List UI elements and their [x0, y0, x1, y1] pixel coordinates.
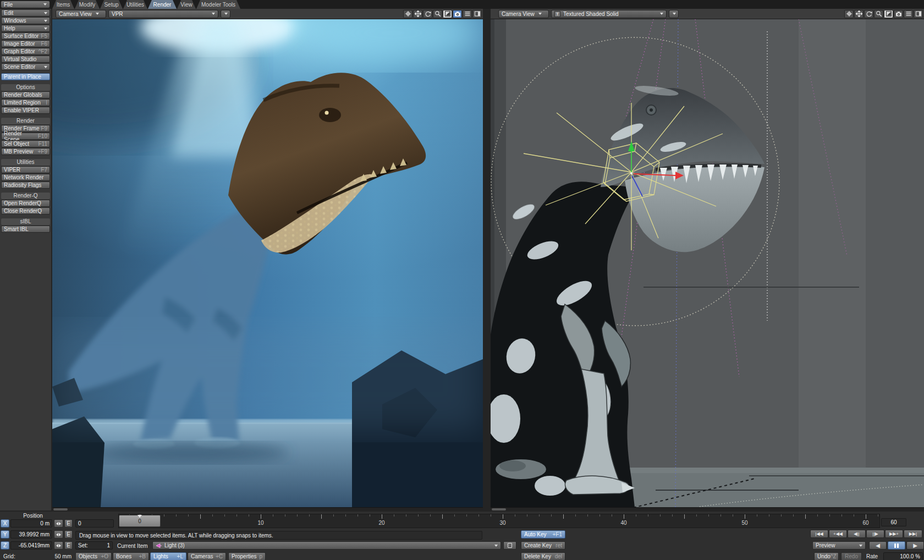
- enable-viper-button[interactable]: Enable VIPER: [1, 107, 50, 114]
- tab-items[interactable]: Items: [52, 0, 74, 9]
- graph-editor-button[interactable]: Graph Editor^F2: [1, 48, 50, 55]
- scene-editor-button[interactable]: Scene Editor: [1, 63, 50, 70]
- camera-icon[interactable]: [894, 10, 903, 18]
- axis-x-button[interactable]: X: [1, 519, 9, 528]
- network-render-button[interactable]: Network Render: [1, 174, 50, 181]
- rate-field[interactable]: 100.0 %: [883, 552, 923, 560]
- magnify-icon[interactable]: [433, 10, 442, 18]
- virtual-studio-button[interactable]: Virtual Studio: [1, 56, 50, 63]
- tab-modeler-tools[interactable]: Modeler Tools: [196, 0, 240, 9]
- position-z-field[interactable]: -65.0419mm: [10, 541, 52, 550]
- shaded-model-view[interactable]: [491, 19, 924, 507]
- viper-button[interactable]: VIPERF7: [1, 166, 50, 173]
- radiosity-flags-button[interactable]: Radiosity Flags: [1, 182, 50, 189]
- viewport-right-scrollbar[interactable]: [491, 507, 924, 510]
- step-forward-button[interactable]: ||▶: [866, 530, 884, 538]
- envelope-z-button[interactable]: E: [64, 541, 73, 550]
- sidebar-menu-edit[interactable]: Edit: [1, 9, 50, 17]
- delete-key-button[interactable]: Delete Keydel: [521, 552, 565, 560]
- next-keyframe-button[interactable]: ▶▶+: [885, 530, 903, 538]
- properties-button[interactable]: Propertiesp: [228, 552, 266, 560]
- image-editor-button[interactable]: Image EditorF6: [1, 40, 50, 47]
- previous-keyframe-button[interactable]: +◀◀: [829, 530, 847, 538]
- viewport-left-scrollbar[interactable]: [52, 507, 483, 510]
- parent-in-place-button[interactable]: Parent in Place: [1, 73, 50, 80]
- item-properties-icon[interactable]: [503, 541, 516, 550]
- last-frame-field[interactable]: 60: [881, 518, 906, 526]
- lights-mode-button[interactable]: Lights+L: [150, 552, 186, 560]
- smart-ibl-button[interactable]: Smart IBL: [1, 226, 50, 233]
- scrollbar-handle[interactable]: [53, 508, 68, 510]
- position-x-field[interactable]: 0 m: [10, 519, 52, 528]
- timeline-ruler[interactable]: 10 20 30 40 50 60 0: [118, 514, 880, 528]
- cameras-mode-button[interactable]: Cameras+C: [188, 552, 226, 560]
- sel-object-button[interactable]: Sel ObjectF11: [1, 140, 50, 147]
- envelope-y-button[interactable]: E: [64, 530, 73, 539]
- play-reverse-button[interactable]: ◀: [869, 541, 887, 550]
- file-menu[interactable]: File: [1, 1, 50, 8]
- auto-key-button[interactable]: Auto Key+F1: [521, 530, 565, 539]
- go-to-start-button[interactable]: |◀◀: [810, 530, 828, 538]
- limited-region-button[interactable]: Limited Regionl: [1, 99, 50, 106]
- create-key-button[interactable]: Create Keyret: [521, 541, 565, 550]
- bones-mode-button[interactable]: Bones+B: [113, 552, 149, 560]
- position-y-field[interactable]: 39.9992 mm: [10, 530, 52, 539]
- preview-dropdown[interactable]: Preview: [812, 541, 866, 550]
- stepper-icon[interactable]: [54, 541, 63, 550]
- undo-button[interactable]: Undo^Z: [814, 552, 839, 560]
- layout-icon[interactable]: [472, 10, 482, 18]
- vpr-render-view[interactable]: [52, 19, 483, 507]
- pause-button[interactable]: [888, 541, 905, 550]
- tab-view[interactable]: View: [177, 0, 196, 9]
- main-tab-bar: File Items Modify Setup Utilities Render…: [0, 0, 924, 9]
- frame-pointer-icon: [138, 515, 142, 518]
- axis-z-button[interactable]: Z: [1, 541, 9, 550]
- render-globals-button[interactable]: Render Globals: [1, 91, 50, 98]
- timeline-slider-knob[interactable]: 0: [119, 515, 161, 527]
- render-mode-dropdown-right[interactable]: T Textured Shaded Solid: [551, 10, 667, 18]
- render-mode-dropdown-left[interactable]: VPR: [108, 10, 218, 18]
- open-renderq-button[interactable]: Open RenderQ: [1, 200, 50, 207]
- envelope-x-button[interactable]: E: [64, 519, 73, 528]
- move-icon[interactable]: [403, 10, 413, 18]
- redo-button[interactable]: Redo: [841, 552, 862, 560]
- stepper-icon[interactable]: [54, 530, 63, 539]
- go-to-end-button[interactable]: ▶▶|: [904, 530, 922, 538]
- first-frame-field[interactable]: 0: [75, 519, 114, 528]
- mb-preview-button[interactable]: MB Preview+F9: [1, 148, 50, 155]
- rotate-icon[interactable]: [423, 10, 432, 18]
- tab-utilities[interactable]: Utilities: [123, 0, 147, 9]
- pan-icon[interactable]: [854, 10, 864, 18]
- close-renderq-button[interactable]: Close RenderQ: [1, 207, 50, 215]
- magnify-icon[interactable]: [874, 10, 883, 18]
- play-forward-button[interactable]: ▶: [906, 541, 924, 550]
- sidebar-menu-windows[interactable]: Windows: [1, 17, 50, 24]
- camera-icon[interactable]: [453, 10, 462, 18]
- tab-modify[interactable]: Modify: [75, 0, 100, 9]
- axis-y-button[interactable]: Y: [1, 530, 9, 539]
- stepper-icon[interactable]: [54, 519, 63, 528]
- maximize-icon[interactable]: [443, 10, 452, 18]
- rate-label: Rate: [866, 553, 878, 559]
- sidebar-menu-help[interactable]: Help: [1, 25, 50, 32]
- light-icon: [156, 543, 162, 548]
- view-type-dropdown-left[interactable]: Camera View: [56, 10, 106, 18]
- layout-icon[interactable]: [914, 10, 923, 18]
- tab-setup[interactable]: Setup: [100, 0, 123, 9]
- viewport-options-dropdown-left[interactable]: [221, 10, 230, 18]
- scrollbar-handle[interactable]: [492, 508, 506, 510]
- maximize-icon[interactable]: [884, 10, 893, 18]
- list-icon[interactable]: [463, 10, 472, 18]
- current-item-dropdown[interactable]: Light (3): [152, 541, 501, 550]
- list-icon[interactable]: [904, 10, 913, 18]
- rotate-icon[interactable]: [864, 10, 873, 18]
- surface-editor-button[interactable]: Surface EditorF5: [1, 32, 50, 40]
- objects-mode-button[interactable]: Objects+O: [75, 552, 112, 560]
- pan-icon[interactable]: [413, 10, 422, 18]
- move-icon[interactable]: [844, 10, 854, 18]
- viewport-options-dropdown-right[interactable]: [669, 10, 679, 18]
- view-type-dropdown-right[interactable]: Camera View: [498, 10, 549, 18]
- tab-render[interactable]: Render: [148, 0, 177, 9]
- step-back-button[interactable]: ◀||: [848, 530, 866, 538]
- render-scene-button[interactable]: Render SceneF10: [1, 133, 50, 140]
